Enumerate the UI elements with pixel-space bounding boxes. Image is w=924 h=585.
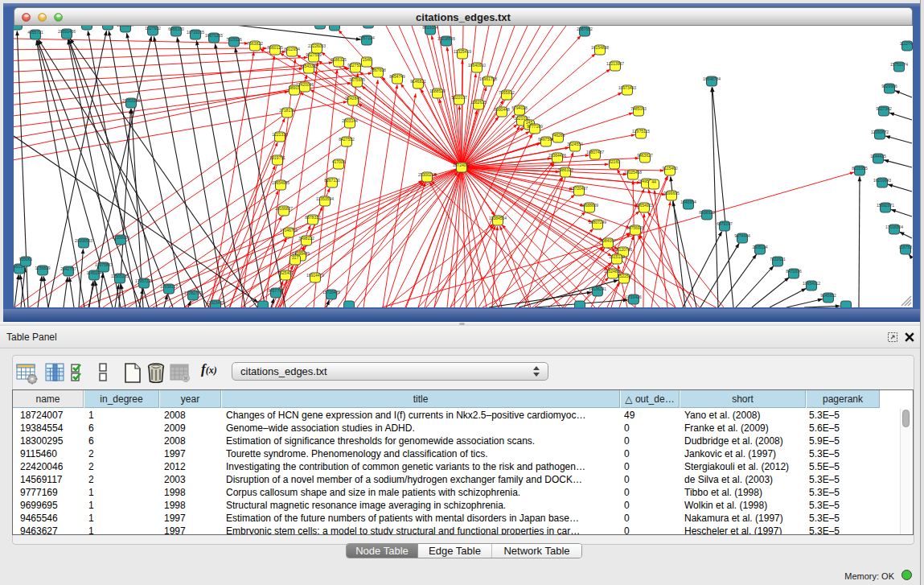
svg-text:20053346: 20053346: [122, 98, 140, 103]
svg-text:4055721: 4055721: [27, 30, 43, 35]
svg-text:20206553: 20206553: [75, 238, 92, 243]
svg-text:17016504: 17016504: [885, 225, 903, 229]
svg-text:7625402: 7625402: [277, 270, 294, 275]
svg-text:1362615: 1362615: [470, 100, 487, 105]
svg-text:9699695: 9699695: [663, 191, 680, 196]
svg-text:16120746: 16120746: [614, 247, 632, 252]
svg-text:10975867: 10975867: [95, 262, 113, 267]
svg-text:10719155: 10719155: [187, 30, 204, 35]
svg-text:15716485: 15716485: [322, 290, 340, 295]
svg-text:11353594: 11353594: [316, 196, 334, 201]
svg-text:12093872: 12093872: [871, 130, 889, 134]
svg-text:7663822: 7663822: [247, 41, 263, 46]
svg-text:16210643: 16210643: [873, 178, 891, 183]
svg-text:1546: 1546: [362, 57, 371, 62]
svg-text:8454749: 8454749: [389, 74, 405, 79]
svg-text:17046766: 17046766: [280, 228, 298, 233]
svg-text:9084067: 9084067: [600, 238, 616, 243]
svg-text:7515526: 7515526: [226, 37, 242, 42]
svg-text:17957225: 17957225: [135, 278, 153, 283]
svg-text:9146821: 9146821: [410, 79, 426, 84]
svg-text:3675685: 3675685: [349, 77, 365, 82]
svg-text:20364436: 20364436: [548, 153, 566, 158]
svg-text:9474444: 9474444: [734, 233, 750, 238]
svg-text:44: 44: [651, 179, 656, 184]
svg-text:9227342: 9227342: [876, 106, 892, 111]
svg-text:8471676: 8471676: [786, 269, 802, 274]
svg-text:7357224: 7357224: [359, 35, 375, 40]
svg-text:16543382: 16543382: [300, 64, 318, 68]
svg-text:2867608: 2867608: [370, 68, 386, 72]
svg-text:12975115: 12975115: [632, 129, 650, 134]
svg-text:19166827: 19166827: [275, 206, 293, 211]
svg-text:1615132: 1615132: [609, 254, 625, 259]
svg-text:7986322: 7986322: [557, 167, 573, 172]
svg-text:18640910: 18640910: [468, 63, 486, 68]
svg-text:7485063: 7485063: [630, 106, 647, 111]
svg-text:11325419: 11325419: [454, 49, 471, 54]
svg-text:14136141: 14136141: [589, 286, 606, 291]
svg-text:9245652: 9245652: [820, 293, 836, 298]
svg-text:11923465: 11923465: [207, 300, 224, 305]
svg-text:18807249: 18807249: [589, 220, 606, 225]
svg-text:10025458: 10025458: [624, 170, 642, 175]
svg-text:9463627: 9463627: [637, 153, 653, 158]
svg-text:1527602: 1527602: [145, 26, 161, 31]
svg-text:6879197: 6879197: [717, 221, 733, 226]
svg-text:8186325: 8186325: [331, 57, 347, 62]
svg-text:1588520: 1588520: [429, 89, 446, 93]
svg-text:15751074: 15751074: [890, 62, 908, 67]
svg-text:1156829: 1156829: [35, 266, 50, 270]
svg-text:19756928: 19756928: [626, 225, 644, 230]
svg-text:9777169: 9777169: [527, 124, 543, 129]
svg-text:20691406: 20691406: [58, 29, 76, 34]
svg-text:19218506: 19218506: [437, 36, 455, 41]
svg-text:19654955: 19654955: [272, 180, 290, 185]
svg-text:8427552: 8427552: [339, 137, 355, 142]
svg-text:9115460: 9115460: [662, 166, 677, 171]
svg-text:12505135: 12505135: [111, 274, 129, 278]
svg-text:1221338: 1221338: [272, 132, 288, 137]
svg-text:8990448: 8990448: [494, 107, 510, 112]
svg-text:1733426: 1733426: [626, 295, 642, 299]
svg-text:8660125: 8660125: [267, 45, 283, 50]
svg-text:19654923: 19654923: [635, 203, 653, 208]
svg-text:23226053: 23226053: [308, 43, 326, 48]
svg-text:10973493: 10973493: [618, 85, 636, 90]
svg-text:10958117: 10958117: [160, 284, 178, 289]
svg-text:116753: 116753: [899, 245, 913, 249]
svg-text:1112744: 1112744: [900, 41, 913, 46]
svg-text:3624554: 3624554: [567, 142, 583, 146]
svg-text:8813054: 8813054: [422, 26, 438, 30]
svg-text:1919751: 1919751: [269, 155, 285, 160]
svg-text:9327505: 9327505: [347, 63, 363, 68]
svg-text:16782759: 16782759: [184, 290, 202, 295]
svg-text:62160: 62160: [609, 159, 620, 164]
svg-text:15692971: 15692971: [877, 203, 894, 208]
svg-text:252254: 252254: [618, 274, 631, 278]
svg-text:16914479: 16914479: [306, 273, 324, 278]
svg-text:7955812: 7955812: [499, 90, 515, 95]
svg-text:17359924: 17359924: [112, 235, 129, 240]
svg-text:10655267: 10655267: [117, 26, 134, 27]
svg-text:10688609: 10688609: [581, 203, 598, 208]
svg-text:8912954: 8912954: [284, 47, 300, 51]
svg-text:9242848: 9242848: [345, 96, 361, 101]
svg-text:6794028: 6794028: [511, 105, 528, 110]
svg-text:2935114: 2935114: [752, 245, 767, 249]
svg-text:2087682: 2087682: [577, 27, 593, 31]
svg-text:746266: 746266: [552, 133, 565, 138]
svg-text:7632621: 7632621: [770, 257, 786, 262]
svg-text:935061: 935061: [19, 257, 33, 262]
svg-text:9329966: 9329966: [881, 84, 897, 89]
svg-text:10654112: 10654112: [803, 281, 820, 286]
svg-text:6466160: 6466160: [168, 27, 184, 31]
svg-text:98901: 98901: [289, 85, 300, 90]
svg-text:5322037: 5322037: [451, 95, 467, 100]
svg-text:317: 317: [292, 255, 299, 260]
svg-text:15720407: 15720407: [570, 186, 588, 191]
svg-text:16154838: 16154838: [591, 45, 609, 50]
svg-text:2803144: 2803144: [342, 118, 358, 123]
svg-text:8938923: 8938923: [699, 210, 715, 215]
svg-text:1640954: 1640954: [680, 200, 696, 204]
